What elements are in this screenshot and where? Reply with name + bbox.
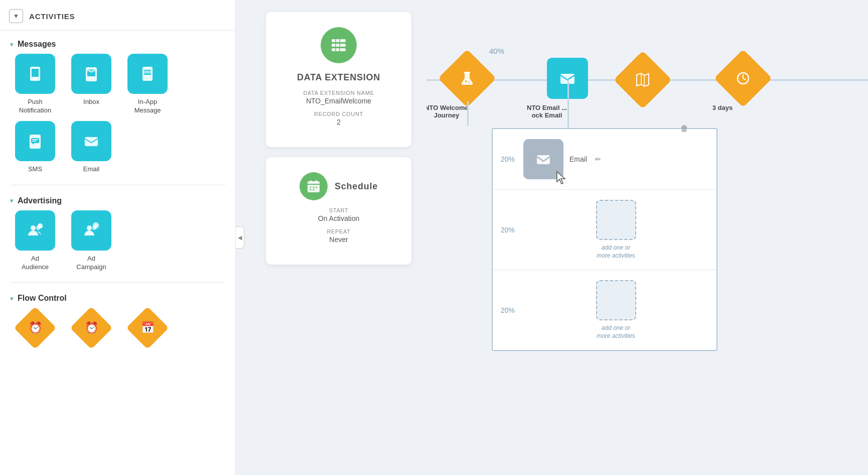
schedule-icon bbox=[300, 172, 328, 200]
pct-20-label-2: 20% bbox=[501, 226, 523, 234]
messages-section-header[interactable]: ▾ Messages bbox=[0, 31, 235, 54]
svg-rect-12 bbox=[144, 70, 151, 75]
split-row-1: 20% 🗑 Email ✏ bbox=[493, 129, 716, 190]
data-extension-icon bbox=[321, 27, 357, 63]
svg-rect-45 bbox=[310, 180, 312, 183]
sidebar-item-sms[interactable]: SMS bbox=[10, 121, 60, 174]
schedule-card[interactable]: Schedule START On Activation REPEAT Neve… bbox=[266, 157, 411, 265]
flow-control-grid: ⏰ ⏰ 📅 bbox=[0, 308, 235, 357]
sms-label: SMS bbox=[28, 165, 42, 174]
in-app-message-label: In-AppMessage bbox=[134, 98, 161, 115]
flask-icon bbox=[459, 70, 475, 86]
pct-20-label-3: 20% bbox=[501, 306, 523, 314]
collapse-arrow-icon: ◀ bbox=[238, 234, 242, 241]
svg-rect-18 bbox=[31, 138, 39, 143]
sidebar-item-email[interactable]: Email bbox=[66, 121, 116, 174]
placeholder-2[interactable] bbox=[596, 280, 636, 320]
svg-point-48 bbox=[313, 187, 315, 188]
schedule-start-label: START bbox=[278, 207, 399, 213]
inbox-icon bbox=[71, 54, 111, 94]
svg-rect-38 bbox=[332, 39, 346, 42]
advertising-chevron-icon: ▾ bbox=[10, 197, 14, 204]
sidebar: ▼ ACTIVITIES ▾ Messages PushNotification… bbox=[0, 0, 236, 475]
map-icon bbox=[635, 72, 650, 87]
sidebar-item-ad-campaign[interactable]: AdCampaign bbox=[66, 210, 116, 272]
email-node[interactable] bbox=[523, 139, 563, 179]
email-sidebar-label: Email bbox=[83, 165, 100, 174]
nto-welcome-diamond[interactable] bbox=[438, 49, 496, 107]
schedule-start-value: On Activation bbox=[278, 214, 399, 222]
vertical-connector-2 bbox=[567, 79, 569, 130]
pct-40-label: 40% bbox=[489, 47, 504, 55]
sidebar-item-inbox[interactable]: Inbox bbox=[66, 54, 116, 115]
svg-point-49 bbox=[316, 187, 318, 188]
sidebar-collapse-handle[interactable]: ◀ bbox=[236, 226, 244, 249]
activities-collapse-button[interactable]: ▼ bbox=[9, 9, 23, 23]
sidebar-item-push-notification[interactable]: PushNotification bbox=[10, 54, 60, 115]
email-icon bbox=[71, 121, 111, 161]
inbox-label: Inbox bbox=[83, 98, 99, 106]
split-row-3-content: add one ormore activities bbox=[523, 280, 708, 340]
split-row-2-content: add one ormore activities bbox=[523, 200, 708, 260]
three-days-diamond[interactable] bbox=[714, 49, 772, 107]
split-row-3: 20% add one ormore activities bbox=[493, 270, 716, 350]
svg-point-32 bbox=[87, 225, 92, 230]
svg-point-51 bbox=[313, 189, 315, 191]
svg-rect-15 bbox=[145, 76, 150, 77]
messages-grid: PushNotification Inbox In-AppMessage SMS bbox=[0, 54, 235, 183]
record-count-value: 2 bbox=[278, 118, 399, 126]
placeholder-1[interactable] bbox=[596, 200, 636, 240]
advertising-section-header[interactable]: ▾ Advertising bbox=[0, 187, 235, 210]
sidebar-item-flow1[interactable]: ⏰ bbox=[10, 308, 60, 348]
svg-rect-22 bbox=[85, 137, 98, 146]
sms-icon bbox=[15, 121, 55, 161]
svg-point-2 bbox=[34, 78, 36, 80]
delete-icon[interactable]: 🗑 bbox=[680, 124, 688, 133]
data-extension-title: DATA EXTENSION bbox=[278, 72, 399, 83]
canvas-cards: DATA EXTENSION DATA EXTENSION NAME NTO_E… bbox=[266, 12, 411, 265]
flow-control-section-title: Flow Control bbox=[18, 294, 67, 303]
svg-rect-39 bbox=[332, 44, 346, 47]
edit-icon[interactable]: ✏ bbox=[595, 155, 601, 163]
data-extension-name-label: DATA EXTENSION NAME bbox=[278, 90, 399, 96]
clock-icon bbox=[736, 71, 751, 86]
flow-control-section-header[interactable]: ▾ Flow Control bbox=[0, 285, 235, 308]
sidebar-item-flow3[interactable]: 📅 bbox=[122, 308, 173, 348]
placeholder-1-label: add one ormore activities bbox=[591, 244, 641, 260]
pct-20-label-1: 20% bbox=[501, 155, 523, 163]
svg-line-61 bbox=[743, 78, 746, 80]
svg-rect-16 bbox=[146, 67, 149, 68]
schedule-repeat-value: Never bbox=[278, 235, 399, 244]
svg-rect-1 bbox=[32, 69, 39, 77]
nto-welcome-label: NTO WelcomeJourney bbox=[426, 104, 477, 119]
sidebar-item-ad-audience[interactable]: AdAudience bbox=[10, 210, 60, 272]
flow-diagram: 40% NTO WelcomeJourney NTO Email ...ock … bbox=[426, 0, 868, 475]
svg-point-47 bbox=[310, 187, 312, 188]
nto-email-label: NTO Email ...ock Email bbox=[519, 104, 574, 119]
three-days-label: 3 days bbox=[702, 104, 743, 111]
data-extension-card[interactable]: DATA EXTENSION DATA EXTENSION NAME NTO_E… bbox=[266, 12, 411, 147]
divider-1 bbox=[10, 185, 225, 185]
svg-rect-52 bbox=[464, 72, 470, 73]
record-count-label: RECORD COUNT bbox=[278, 111, 399, 117]
chevron-down-icon: ▼ bbox=[13, 13, 19, 20]
split-row-2: 20% add one ormore activities bbox=[493, 190, 716, 270]
sidebar-item-flow2[interactable]: ⏰ bbox=[66, 308, 116, 348]
flow-control-chevron-icon: ▾ bbox=[10, 295, 14, 302]
flow-map-diamond[interactable] bbox=[614, 51, 672, 109]
ad-campaign-label: AdCampaign bbox=[76, 255, 106, 272]
svg-rect-62 bbox=[537, 155, 550, 164]
messages-chevron-icon: ▾ bbox=[10, 41, 14, 48]
schedule-repeat-label: REPEAT bbox=[278, 228, 399, 234]
in-app-message-icon bbox=[127, 54, 168, 94]
sidebar-item-in-app-message[interactable]: In-AppMessage bbox=[122, 54, 173, 115]
ad-audience-icon bbox=[15, 210, 55, 251]
svg-point-24 bbox=[31, 225, 36, 230]
canvas-area: ◀ DATA EXTENSION DATA EXTENSION NAME NTO… bbox=[236, 0, 868, 475]
push-notification-label: PushNotification bbox=[19, 98, 51, 115]
placeholder-2-label: add one ormore activities bbox=[591, 324, 641, 340]
svg-rect-6 bbox=[88, 77, 94, 78]
schedule-title: Schedule bbox=[335, 181, 378, 192]
svg-marker-56 bbox=[637, 73, 649, 86]
svg-rect-40 bbox=[332, 48, 346, 51]
